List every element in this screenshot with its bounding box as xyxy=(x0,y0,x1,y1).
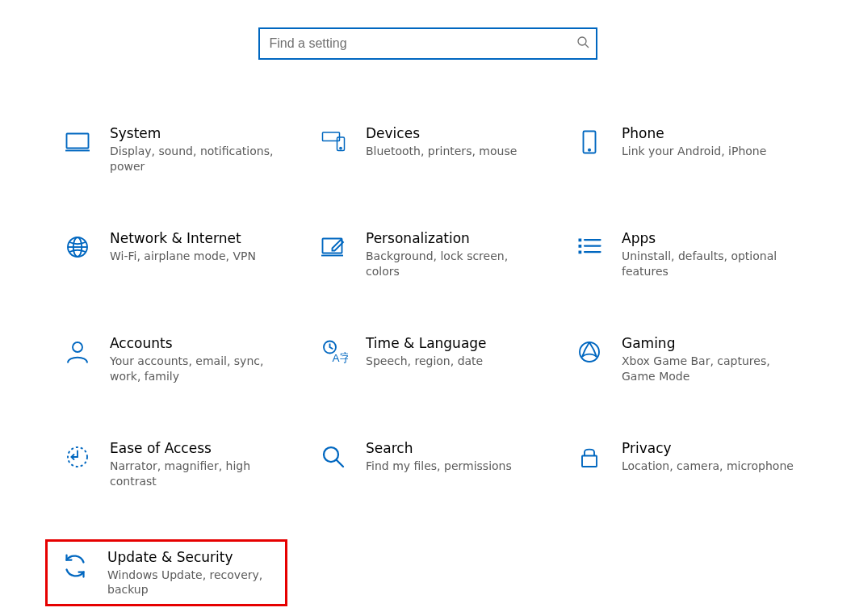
svg-point-14 xyxy=(589,149,590,151)
tile-title: Accounts xyxy=(110,334,289,352)
tile-text: Network & Internet Wi-Fi, airplane mode,… xyxy=(110,229,289,264)
tile-text: Gaming Xbox Game Bar, captures, Game Mod… xyxy=(622,334,801,384)
tile-title: Privacy xyxy=(622,439,801,457)
tile-desc: Windows Update, recovery, backup xyxy=(107,568,282,598)
person-icon xyxy=(61,336,94,368)
tile-title: Network & Internet xyxy=(110,229,289,247)
phone-icon xyxy=(573,126,606,158)
search-input[interactable] xyxy=(258,27,597,60)
globe-icon xyxy=(61,231,94,263)
ease-of-access-icon xyxy=(61,441,94,473)
svg-rect-20 xyxy=(579,238,582,241)
tile-title: Personalization xyxy=(366,229,545,247)
tile-update-security[interactable]: Update & Security Windows Update, recove… xyxy=(45,539,287,607)
tile-text: Time & Language Speech, region, date xyxy=(366,334,545,369)
tile-text: Devices Bluetooth, printers, mouse xyxy=(366,124,545,159)
system-icon xyxy=(61,126,94,158)
tile-title: Phone xyxy=(622,124,801,142)
svg-point-12 xyxy=(340,147,342,149)
devices-icon xyxy=(317,126,350,158)
tile-time-language[interactable]: A字 Time & Language Speech, region, date xyxy=(306,329,548,389)
tile-privacy[interactable]: Privacy Location, camera, microphone xyxy=(562,434,804,494)
gaming-icon xyxy=(573,336,606,368)
magnifier-icon xyxy=(317,441,350,473)
tile-phone[interactable]: Phone Link your Android, iPhone xyxy=(562,119,804,179)
update-icon xyxy=(59,550,91,582)
tile-accounts[interactable]: Accounts Your accounts, email, sync, wor… xyxy=(50,329,292,389)
tile-text: Personalization Background, lock screen,… xyxy=(366,229,545,279)
tile-desc: Your accounts, email, sync, work, family xyxy=(110,354,289,384)
tile-desc: Xbox Game Bar, captures, Game Mode xyxy=(622,354,801,384)
tile-devices[interactable]: Devices Bluetooth, printers, mouse xyxy=(306,119,548,179)
svg-line-32 xyxy=(337,459,343,466)
tile-text: Phone Link your Android, iPhone xyxy=(622,124,801,159)
tile-text: Update & Security Windows Update, recove… xyxy=(107,548,282,598)
settings-grid: System Display, sound, notifications, po… xyxy=(0,119,855,606)
tile-desc: Find my files, permissions xyxy=(366,459,545,474)
tile-desc: Bluetooth, printers, mouse xyxy=(366,144,545,159)
tile-text: Privacy Location, camera, microphone xyxy=(622,439,801,474)
tile-desc: Narrator, magnifier, high contrast xyxy=(110,459,289,489)
tile-text: Search Find my files, permissions xyxy=(366,439,545,474)
tile-desc: Wi-Fi, airplane mode, VPN xyxy=(110,249,289,264)
tile-network[interactable]: Network & Internet Wi-Fi, airplane mode,… xyxy=(50,224,292,284)
tile-title: Update & Security xyxy=(107,548,282,566)
tile-title: Ease of Access xyxy=(110,439,289,457)
svg-rect-21 xyxy=(579,245,582,248)
tile-title: Time & Language xyxy=(366,334,545,352)
tile-ease-of-access[interactable]: Ease of Access Narrator, magnifier, high… xyxy=(50,434,292,494)
tile-desc: Uninstall, defaults, optional features xyxy=(622,249,801,279)
tile-text: System Display, sound, notifications, po… xyxy=(110,124,289,174)
tile-search[interactable]: Search Find my files, permissions xyxy=(306,434,548,494)
tile-text: Apps Uninstall, defaults, optional featu… xyxy=(622,229,801,279)
svg-text:A字: A字 xyxy=(333,352,349,364)
tile-system[interactable]: System Display, sound, notifications, po… xyxy=(50,119,292,179)
svg-point-26 xyxy=(73,342,82,352)
svg-point-29 xyxy=(580,342,599,362)
tile-title: Search xyxy=(366,439,545,457)
svg-rect-22 xyxy=(579,250,582,254)
search-wrapper xyxy=(258,27,597,60)
tile-personalization[interactable]: Personalization Background, lock screen,… xyxy=(306,224,548,284)
tile-title: System xyxy=(110,124,289,142)
time-language-icon: A字 xyxy=(317,336,350,368)
tile-desc: Background, lock screen, colors xyxy=(366,249,545,279)
tile-desc: Location, camera, microphone xyxy=(622,459,801,474)
personalization-icon xyxy=(317,231,350,263)
tile-text: Ease of Access Narrator, magnifier, high… xyxy=(110,439,289,489)
lock-icon xyxy=(573,441,606,473)
tile-title: Devices xyxy=(366,124,545,142)
tile-gaming[interactable]: Gaming Xbox Game Bar, captures, Game Mod… xyxy=(562,329,804,389)
tile-text: Accounts Your accounts, email, sync, wor… xyxy=(110,334,289,384)
tile-title: Gaming xyxy=(622,334,801,352)
tile-desc: Speech, region, date xyxy=(366,354,545,369)
tile-title: Apps xyxy=(622,229,801,247)
svg-rect-33 xyxy=(582,455,597,467)
tile-apps[interactable]: Apps Uninstall, defaults, optional featu… xyxy=(562,224,804,284)
settings-home: System Display, sound, notifications, po… xyxy=(0,0,855,616)
apps-icon xyxy=(573,231,606,263)
svg-rect-2 xyxy=(67,134,89,149)
tile-desc: Link your Android, iPhone xyxy=(622,144,801,159)
tile-desc: Display, sound, notifications, power xyxy=(110,144,289,174)
